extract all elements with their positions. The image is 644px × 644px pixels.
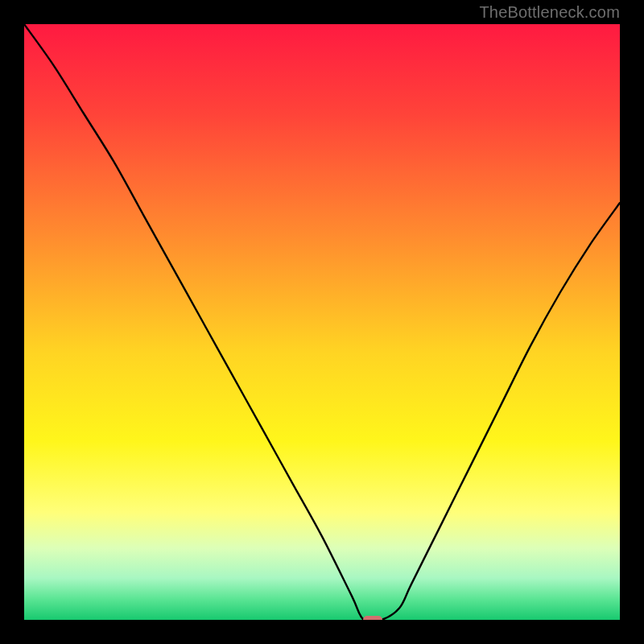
optimal-marker <box>363 616 382 620</box>
plot-area <box>24 24 620 620</box>
bottleneck-curve <box>24 24 620 620</box>
watermark-label: TheBottleneck.com <box>479 3 620 22</box>
chart-frame: TheBottleneck.com <box>0 0 644 644</box>
